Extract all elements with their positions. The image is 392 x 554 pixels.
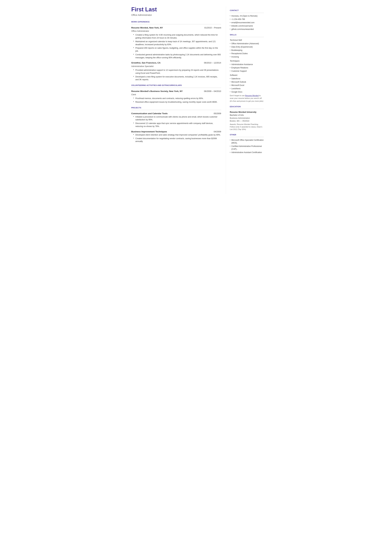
- list-item: Customer Support: [230, 70, 264, 72]
- contact-list: Honolulu, HI (Open to Remote) +1-234-456…: [230, 14, 264, 31]
- list-item: linkedin.com/in/username: [230, 24, 264, 27]
- job-1-date: 01/2015 – Present: [204, 26, 221, 29]
- other-section-header: OTHER: [230, 133, 264, 136]
- volunteer-1-company: Resume Worded's Business Society, New Yo…: [131, 90, 183, 93]
- list-item: github.com/resumeworded: [230, 28, 264, 31]
- list-item: Employee Relations: [230, 66, 264, 69]
- other-item-2: Administrative Assistant Certification: [230, 151, 264, 154]
- education-section-header: EDUCATION: [230, 105, 264, 108]
- list-item: Proofread memos, documents and contracts…: [133, 97, 221, 100]
- list-item: LexisNexis: [230, 87, 264, 90]
- list-item: email@resumeworded.com: [230, 21, 264, 24]
- list-item: Microsoft Outlook: [230, 81, 264, 83]
- job-2-header: Growthsi, San Francisco, CA 06/2010 – 12…: [131, 61, 221, 64]
- name: First Last: [131, 6, 221, 13]
- job-1-header: Resume Worded, New York, NY 01/2015 – Pr…: [131, 26, 221, 29]
- work-divider: [131, 24, 221, 24]
- list-item: Data Entry (Experienced): [230, 45, 264, 48]
- list-item: Conducted general administrative tasks b…: [133, 53, 221, 59]
- software-category: Software:: [230, 74, 264, 77]
- project-2-header: Business Improvement Techniques 04/2009: [131, 130, 221, 133]
- list-item: Bookkeeping: [230, 49, 264, 52]
- job-1-bullets: Created a filing system for 4.6K incomin…: [131, 34, 221, 59]
- list-item: Created documentation for negotiating ve…: [133, 137, 221, 143]
- job-1-company: Resume Worded, New York, NY: [131, 26, 163, 29]
- project-2-title: Business Improvement Techniques: [131, 130, 167, 133]
- contact-section-header: CONTACT: [230, 9, 264, 12]
- job-2-role: Administrative Specialist: [131, 65, 221, 68]
- software-list: Salesforce Microsoft Outlook Microsoft E…: [230, 77, 264, 93]
- job-2-bullets: Provided administrative support to 12 su…: [131, 69, 221, 81]
- skills-section-header: SKILLS: [230, 34, 264, 36]
- edu-field: Business Administration: [230, 117, 264, 119]
- edu-degree: Bachelor of Arts: [230, 114, 264, 117]
- list-item: Invoicing: [230, 56, 264, 58]
- list-item: Honolulu, HI (Open to Remote): [230, 14, 264, 17]
- project-2: Business Improvement Techniques 04/2009 …: [131, 130, 221, 143]
- list-item: Provided administrative support to 12 su…: [133, 69, 221, 75]
- job-2-date: 06/2010 – 12/2014: [204, 61, 221, 64]
- list-item: +1-234-456-789: [230, 18, 264, 21]
- edu-institution: Resume Worded University: [230, 111, 264, 114]
- resume-worded-link[interactable]: Resume Worded: [245, 95, 259, 97]
- resume-worded-note: Don't forget to use Resume Worded to sca…: [230, 94, 264, 103]
- edu-location: Boston, MA — 05/2010: [230, 119, 264, 122]
- projects-header: PROJECTS: [131, 106, 221, 109]
- techniques-category: Techniques:: [230, 60, 264, 62]
- list-item: Administrative Assistance: [230, 63, 264, 66]
- project-2-bullets: Developed client retention and sales str…: [131, 133, 221, 143]
- list-item: Microsoft Excel: [230, 84, 264, 87]
- list-item: Developed client retention and sales str…: [133, 133, 221, 136]
- projects-divider: [131, 110, 221, 110]
- project-1-header: Communication and Calendar Tools 05/2009: [131, 112, 221, 115]
- project-1-title: Communication and Calendar Tools: [131, 112, 168, 115]
- right-column: CONTACT Honolulu, HI (Open to Remote) +1…: [226, 6, 267, 194]
- title: Office Administrator: [131, 13, 221, 17]
- contact-divider: [230, 13, 264, 13]
- list-item: Developed a new filing system for execut…: [133, 75, 221, 81]
- left-column: First Last Office Administrator WORK EXP…: [125, 6, 226, 194]
- list-item: Google Docs: [230, 91, 264, 93]
- other-divider: [230, 137, 264, 137]
- volunteering-divider: [131, 88, 221, 88]
- list-item: Office Administration (Advanced): [230, 42, 264, 45]
- other-item-0: Microsoft Office Specialist Certificatio…: [230, 139, 264, 144]
- volunteer-1-date: 06/2009 – 04/2010: [204, 90, 221, 93]
- list-item: Resolved office equipment issues by trou…: [133, 101, 221, 104]
- job-2-company: Growthsi, San Francisco, CA: [131, 61, 161, 64]
- technical-skill-list: Office Administration (Advanced) Data En…: [230, 42, 264, 58]
- job-2: Growthsi, San Francisco, CA 06/2010 – 12…: [131, 61, 221, 81]
- list-item: Maintained an organized calendar to keep…: [133, 40, 221, 46]
- other-item-1: Certified Administrative Professional (C…: [230, 145, 264, 150]
- edu-awards: Awards: Resume Worded Teaching Fellow (o…: [230, 123, 264, 131]
- project-1-date: 05/2009: [214, 112, 221, 115]
- volunteering-header: VOLUNTEERING ACTIVITIES AND EXTRACURRICU…: [131, 84, 221, 87]
- list-item: Created a filing system for 4.6K incomin…: [133, 34, 221, 40]
- list-item: Receptionist Duties: [230, 52, 264, 55]
- list-item: Initiated a procedure to communicate wit…: [133, 115, 221, 121]
- resume-page: First Last Office Administrator WORK EXP…: [125, 0, 267, 201]
- list-item: Prepared 200 reports on sales figures, b…: [133, 47, 221, 53]
- volunteer-1-role: Clerk: [131, 93, 221, 96]
- note-before: Don't forget to use: [230, 95, 245, 97]
- work-experience-header: WORK EXPERIENCE: [131, 21, 221, 23]
- job-1-role: Office Administrator: [131, 29, 221, 33]
- job-1: Resume Worded, New York, NY 01/2015 – Pr…: [131, 26, 221, 59]
- volunteer-1-header: Resume Worded's Business Society, New Yo…: [131, 90, 221, 93]
- volunteer-1: Resume Worded's Business Society, New Yo…: [131, 90, 221, 104]
- project-1: Communication and Calendar Tools 05/2009…: [131, 112, 221, 128]
- volunteer-1-bullets: Proofread memos, documents and contracts…: [131, 97, 221, 104]
- technical-skill-category: Technical Skill:: [230, 39, 264, 42]
- techniques-list: Administrative Assistance Employee Relat…: [230, 63, 264, 72]
- project-2-date: 04/2009: [214, 130, 221, 133]
- skills-divider: [230, 37, 264, 37]
- list-item: Salesforce: [230, 77, 264, 80]
- project-1-bullets: Initiated a procedure to communicate wit…: [131, 115, 221, 128]
- list-item: Discovered 12 calendar apps that sync se…: [133, 122, 221, 128]
